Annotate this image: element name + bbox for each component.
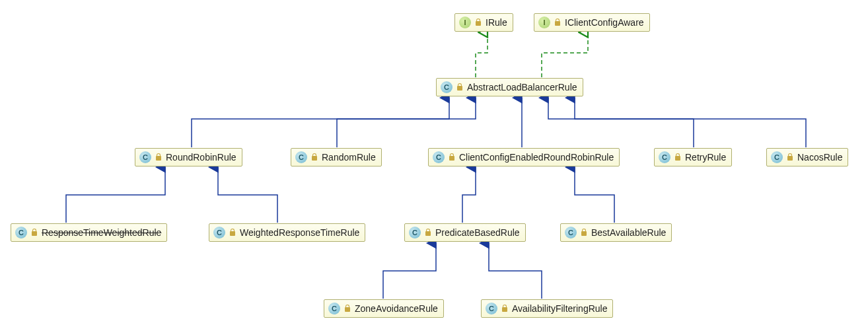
node-label: IRule <box>486 17 507 28</box>
node-label: ResponseTimeWeightedRule <box>42 227 161 238</box>
node-retryrule[interactable]: C RetryRule <box>654 148 732 166</box>
lock-icon <box>449 153 455 161</box>
lock-icon <box>581 229 587 237</box>
class-icon: C <box>659 151 670 163</box>
node-abstractloadbalancerrule[interactable]: C AbstractLoadBalancerRule <box>436 78 583 96</box>
node-label: ZoneAvoidanceRule <box>355 303 438 314</box>
lock-icon <box>31 229 38 237</box>
node-predicatebasedrule[interactable]: C PredicateBasedRule <box>404 223 526 242</box>
node-label: RetryRule <box>685 152 726 163</box>
class-icon: C <box>139 151 151 163</box>
lock-icon <box>229 229 236 237</box>
node-randomrule[interactable]: C RandomRule <box>291 148 382 166</box>
lock-icon <box>311 153 318 161</box>
class-icon: C <box>441 81 452 93</box>
node-label: RandomRule <box>322 152 376 163</box>
node-irule[interactable]: I IRule <box>454 13 513 32</box>
class-icon: C <box>213 227 225 239</box>
class-icon: C <box>15 227 27 239</box>
node-label: PredicateBasedRule <box>435 227 520 238</box>
node-nacosrule[interactable]: C NacosRule <box>766 148 848 166</box>
lock-icon <box>155 153 162 161</box>
node-iclientconfigaware[interactable]: I IClientConfigAware <box>534 13 650 32</box>
node-label: AbstractLoadBalancerRule <box>467 82 577 92</box>
node-label: IClientConfigAware <box>565 17 644 28</box>
node-label: ClientConfigEnabledRoundRobinRule <box>459 152 614 163</box>
class-icon: C <box>771 151 783 163</box>
node-label: NacosRule <box>797 152 842 163</box>
node-bestavailablerule[interactable]: C BestAvailableRule <box>560 223 672 242</box>
class-icon: C <box>409 227 421 239</box>
class-icon: C <box>295 151 307 163</box>
node-zoneavoidancerule[interactable]: C ZoneAvoidanceRule <box>324 299 444 318</box>
lock-icon <box>554 18 561 26</box>
class-icon: C <box>565 227 577 239</box>
node-label: BestAvailableRule <box>591 227 666 238</box>
node-clientconfigenabledroundrobinrule[interactable]: C ClientConfigEnabledRoundRobinRule <box>428 148 620 166</box>
interface-icon: I <box>538 17 550 28</box>
class-icon: C <box>328 303 340 314</box>
node-label: RoundRobinRule <box>166 152 236 163</box>
node-label: AvailabilityFilteringRule <box>512 303 607 314</box>
lock-icon <box>344 305 351 313</box>
interface-icon: I <box>459 17 471 28</box>
node-weightedresponsetimerule[interactable]: C WeightedResponseTimeRule <box>209 223 365 242</box>
node-responsetimeweightedrule[interactable]: C ResponseTimeWeightedRule <box>11 223 167 242</box>
lock-icon <box>787 153 793 161</box>
lock-icon <box>456 83 463 91</box>
node-availabilityfilteringrule[interactable]: C AvailabilityFilteringRule <box>481 299 613 318</box>
node-label: WeightedResponseTimeRule <box>240 227 359 238</box>
node-roundrobinrule[interactable]: C RoundRobinRule <box>135 148 242 166</box>
lock-icon <box>475 18 482 26</box>
class-icon: C <box>433 151 445 163</box>
lock-icon <box>674 153 681 161</box>
lock-icon <box>425 229 431 237</box>
class-icon: C <box>486 303 497 314</box>
lock-icon <box>501 305 508 313</box>
